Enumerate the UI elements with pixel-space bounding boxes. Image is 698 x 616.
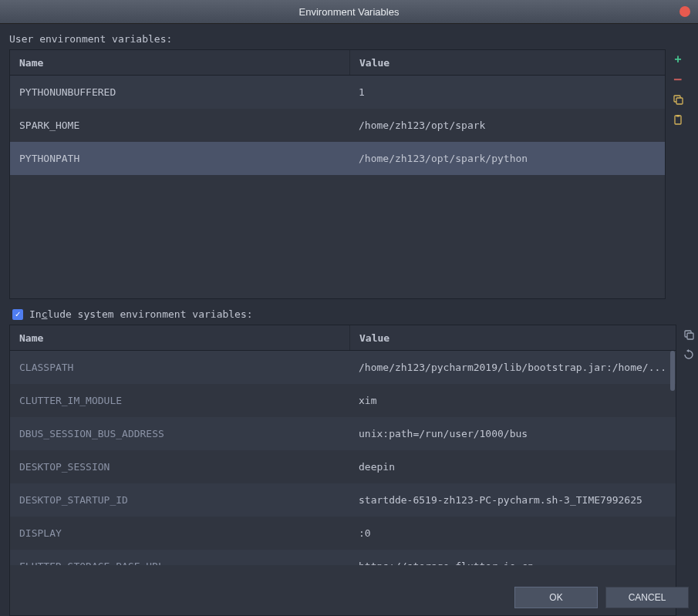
user-vars-table: Name Value PYTHONUNBUFFERED1SPARK_HOME/h… [9,49,666,299]
table-row[interactable]: CLASSPATH/home/zh123/pycharm2019/lib/boo… [10,351,676,384]
env-value-cell: deepin [349,461,676,473]
env-value-cell: xim [349,395,676,406]
env-value-cell: startdde-6519-zh123-PC-pycharm.sh-3_TIME… [349,494,676,506]
table-row[interactable]: PYTHONPATH/home/zh123/opt/spark/python [10,142,665,175]
cancel-button[interactable]: CANCEL [605,587,689,608]
table-row[interactable]: CLUTTER_IM_MODULExim [10,384,676,417]
svg-rect-1 [676,98,683,104]
svg-rect-5 [687,333,693,339]
user-vars-label: User environment variables: [9,33,689,45]
table-row[interactable]: PYTHONUNBUFFERED1 [10,76,665,109]
user-col-name[interactable]: Name [10,50,350,75]
env-name-cell: CLUTTER_IM_MODULE [10,395,349,406]
env-name-cell[interactable]: SPARK_HOME [10,119,349,131]
user-col-value[interactable]: Value [350,50,665,75]
titlebar[interactable]: Environment Variables [0,0,698,24]
copy-icon[interactable] [671,93,685,106]
window-title: Environment Variables [299,6,400,18]
env-name-cell: DISPLAY [10,527,349,539]
env-value-cell: unix:path=/run/user/1000/bus [349,428,676,439]
env-value-cell: https://storage.flutter-io.cn [349,560,676,566]
env-name-cell[interactable]: PYTHONPATH [10,153,349,164]
env-value-cell: /home/zh123/pycharm2019/lib/bootstrap.ja… [349,362,676,373]
env-value-cell: :0 [349,527,676,539]
remove-icon[interactable]: − [671,72,685,86]
svg-rect-2 [675,116,681,124]
system-col-name[interactable]: Name [10,325,350,350]
revert-icon[interactable] [682,348,696,362]
user-tool-strip: + − [666,49,689,299]
system-col-value[interactable]: Value [350,325,676,350]
env-name-cell: FLUTTER_STORAGE_BASE_URL [10,560,349,566]
table-row[interactable]: FLUTTER_STORAGE_BASE_URLhttps://storage.… [10,550,676,565]
include-system-checkbox-row[interactable]: ✓ Include system environment variables: [12,308,689,320]
copy-system-icon[interactable] [682,328,696,342]
env-name-cell[interactable]: PYTHONUNBUFFERED [10,86,349,98]
include-system-label: Include system environment variables: [29,308,253,320]
table-row[interactable]: SPARK_HOME/home/zh123/opt/spark [10,109,665,142]
system-vars-table: Name Value CLASSPATH/home/zh123/pycharm2… [9,325,676,616]
env-name-cell: DESKTOP_STARTUP_ID [10,494,349,506]
add-icon[interactable]: + [671,52,685,66]
env-value-cell[interactable]: /home/zh123/opt/spark [349,119,665,131]
table-row[interactable]: DESKTOP_STARTUP_IDstartdde-6519-zh123-PC… [10,483,676,517]
include-system-checkbox[interactable]: ✓ [12,309,23,320]
ok-button[interactable]: OK [514,587,598,608]
paste-icon[interactable] [671,113,685,126]
close-icon[interactable] [679,6,690,17]
env-name-cell: DESKTOP_SESSION [10,461,349,473]
user-table-header: Name Value [10,50,665,76]
svg-rect-3 [676,115,679,117]
env-value-cell[interactable]: 1 [349,86,665,98]
env-name-cell: CLASSPATH [10,362,349,373]
table-row[interactable]: DISPLAY:0 [10,517,676,550]
env-value-cell[interactable]: /home/zh123/opt/spark/python [349,153,665,164]
env-name-cell: DBUS_SESSION_BUS_ADDRESS [10,428,349,439]
system-tool-strip [676,325,698,616]
table-row[interactable]: DESKTOP_SESSIONdeepin [10,450,676,483]
system-table-header: Name Value [10,325,676,351]
table-row[interactable]: DBUS_SESSION_BUS_ADDRESSunix:path=/run/u… [10,417,676,450]
